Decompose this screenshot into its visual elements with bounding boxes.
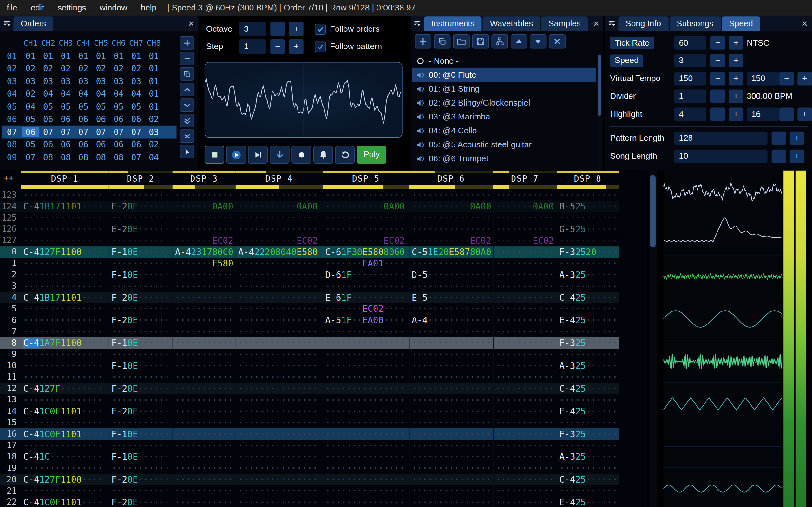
- order-cell[interactable]: 06: [110, 114, 128, 124]
- pattern-cell[interactable]: ···············: [20, 235, 109, 246]
- pattern-length-decrease-button[interactable]: −: [772, 131, 786, 145]
- step-play-button[interactable]: [270, 146, 290, 164]
- order-cell[interactable]: 01: [128, 51, 145, 61]
- pattern-cell[interactable]: ·······EC02: [172, 235, 236, 246]
- speed-button[interactable]: Speed: [610, 54, 643, 66]
- order-cell[interactable]: 03: [22, 76, 40, 86]
- pattern-cell[interactable]: ···············: [322, 326, 409, 337]
- pattern-cell[interactable]: E-425······: [557, 497, 619, 507]
- pattern-cell[interactable]: ···············: [20, 258, 109, 269]
- channel-header[interactable]: DSP 7: [493, 171, 557, 189]
- pattern-cell[interactable]: ···············: [409, 280, 493, 292]
- pattern-cell[interactable]: ···········: [493, 360, 557, 372]
- pattern-cell[interactable]: ···············: [236, 189, 322, 201]
- order-cell[interactable]: 08: [92, 153, 110, 162]
- pattern-cell[interactable]: ···········: [557, 417, 619, 429]
- instrument-none-item[interactable]: - None -: [412, 54, 596, 68]
- order-cell[interactable]: 05: [74, 102, 92, 112]
- highlight-first-increase-button[interactable]: +: [728, 108, 743, 121]
- pattern-cell[interactable]: ···········: [109, 372, 172, 383]
- move-order-down-button[interactable]: [180, 98, 194, 112]
- pattern-cell[interactable]: F-20E······: [109, 315, 172, 326]
- pattern-cell[interactable]: ···············: [322, 417, 409, 429]
- pattern-cell[interactable]: ···········EC02: [322, 235, 409, 246]
- order-cell[interactable]: 04: [39, 89, 57, 99]
- order-cell[interactable]: 01: [145, 76, 163, 86]
- channel-header[interactable]: DSP 8: [557, 171, 619, 189]
- tab-samples[interactable]: Samples: [541, 16, 588, 31]
- pattern-cell[interactable]: ···········: [493, 497, 557, 507]
- pattern-cell[interactable]: ···············: [236, 383, 322, 394]
- pattern-cell[interactable]: ···········: [109, 258, 172, 269]
- pattern-cell[interactable]: C-61F30E5808060: [322, 246, 409, 258]
- pattern-cell[interactable]: C-41C0F1101····: [20, 406, 109, 417]
- virtual-tempo-denominator-input[interactable]: 150: [747, 72, 779, 85]
- divider-decrease-button[interactable]: −: [711, 89, 725, 103]
- pattern-cell[interactable]: ···············: [409, 223, 493, 235]
- pattern-cell[interactable]: ···········: [557, 372, 619, 383]
- highlight-second-input[interactable]: 16: [747, 108, 779, 121]
- pattern-cell[interactable]: B-525······: [557, 201, 619, 212]
- pattern-cell[interactable]: ···········EC02: [236, 235, 322, 246]
- pattern-cell[interactable]: G-525······: [557, 223, 619, 235]
- move-instrument-up-button[interactable]: [511, 34, 527, 49]
- order-cell[interactable]: 04: [128, 89, 145, 99]
- pattern-cell[interactable]: ···········: [557, 349, 619, 360]
- pattern-cell[interactable]: ···········: [172, 394, 236, 406]
- pattern-cell[interactable]: ···············: [409, 406, 493, 417]
- order-cell[interactable]: 03: [110, 76, 128, 86]
- order-cell[interactable]: 05: [39, 102, 57, 112]
- pattern-cell[interactable]: ···············: [409, 360, 493, 372]
- pattern-cell[interactable]: ···············: [409, 189, 493, 201]
- pattern-cell[interactable]: ···········: [172, 383, 236, 394]
- pattern-cell[interactable]: A-325······: [557, 451, 619, 463]
- pattern-cell[interactable]: ·······EA01····: [322, 258, 409, 269]
- pattern-cell[interactable]: ···········: [172, 337, 236, 349]
- order-row-id[interactable]: 04: [2, 89, 22, 99]
- pattern-cell[interactable]: ···············: [236, 451, 322, 463]
- pattern-cell[interactable]: ···········: [109, 394, 172, 406]
- pattern-cell[interactable]: ···········: [109, 349, 172, 360]
- menu-file[interactable]: file: [0, 3, 24, 12]
- menu-settings[interactable]: settings: [51, 3, 93, 12]
- order-cell[interactable]: 03: [39, 76, 57, 86]
- order-cell[interactable]: 01: [57, 51, 75, 61]
- pattern-cell[interactable]: ···········: [172, 349, 236, 360]
- pattern-cell[interactable]: ···········: [109, 280, 172, 292]
- pattern-cell[interactable]: ···········: [493, 440, 557, 451]
- pattern-cell[interactable]: ···············: [409, 372, 493, 383]
- pattern-cell[interactable]: ···············: [20, 372, 109, 383]
- tick-rate-button[interactable]: Tick Rate: [610, 37, 654, 49]
- order-cell[interactable]: 08: [39, 153, 57, 162]
- pattern-cell[interactable]: C-425······: [557, 383, 619, 394]
- order-row-id[interactable]: 07: [2, 127, 22, 137]
- stop-button[interactable]: [205, 146, 224, 164]
- pattern-cell[interactable]: C-51E20E58780A0: [409, 246, 493, 258]
- order-cell[interactable]: 07: [57, 127, 75, 137]
- pattern-cell[interactable]: ···············: [409, 337, 493, 349]
- order-cell[interactable]: 01: [145, 102, 163, 112]
- move-instrument-down-button[interactable]: [530, 34, 546, 49]
- order-cell[interactable]: 01: [145, 89, 163, 99]
- pattern-cell[interactable]: A-325······: [557, 269, 619, 280]
- instrument-list-scrollbar[interactable]: [597, 54, 602, 169]
- pattern-cell[interactable]: ···········: [493, 269, 557, 280]
- step-input[interactable]: 1: [239, 39, 266, 54]
- pattern-cell[interactable]: ···········: [493, 223, 557, 235]
- pattern-corner[interactable]: ++: [0, 171, 20, 189]
- pattern-length-increase-button[interactable]: +: [790, 131, 804, 145]
- pattern-cell[interactable]: A-51F··EA00····: [322, 315, 409, 326]
- order-cell[interactable]: 04: [22, 102, 40, 112]
- order-cell[interactable]: 02: [145, 140, 163, 150]
- follow-pattern-checkbox[interactable]: [315, 41, 326, 52]
- order-cell[interactable]: 02: [22, 64, 40, 73]
- pattern-cell[interactable]: E-20E······: [109, 223, 172, 235]
- order-cell[interactable]: 06: [22, 127, 40, 137]
- highlight-second-increase-button[interactable]: +: [798, 108, 812, 121]
- instrument-item[interactable]: 00: @0 Flute: [412, 68, 596, 82]
- order-cell[interactable]: 06: [92, 140, 110, 150]
- virtual-tempo-den-increase-button[interactable]: +: [798, 72, 812, 85]
- pattern-cell[interactable]: ···········: [172, 451, 236, 463]
- order-cell[interactable]: 02: [128, 64, 145, 73]
- pattern-cell[interactable]: F-32520····: [557, 246, 619, 258]
